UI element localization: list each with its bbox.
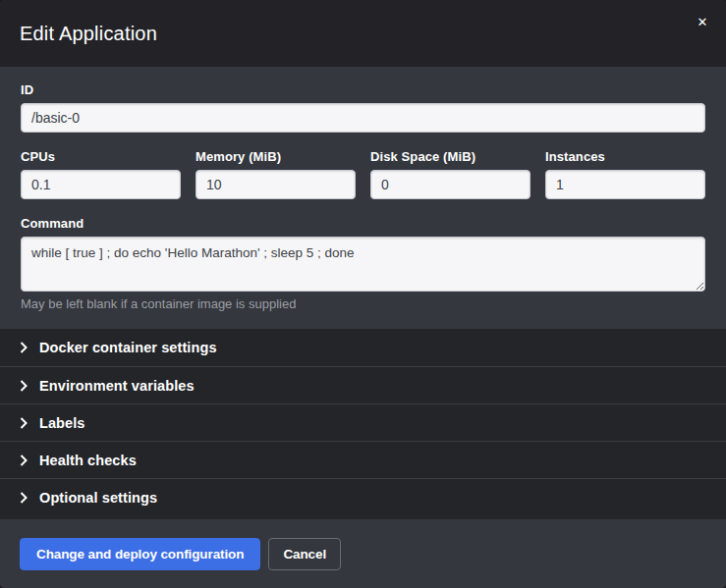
memory-field-group: Memory (MiB) — [195, 149, 356, 199]
section-health-checks[interactable]: Health checks — [0, 441, 726, 478]
application-form: ID CPUs Memory (MiB) Disk Space (MiB) In… — [0, 67, 726, 329]
cpus-label: CPUs — [21, 149, 181, 164]
modal-header: Edit Application ✕ — [0, 0, 726, 67]
instances-input[interactable] — [545, 170, 705, 199]
section-label: Labels — [39, 415, 85, 431]
section-optional-settings[interactable]: Optional settings — [0, 478, 726, 515]
disk-label: Disk Space (MiB) — [370, 149, 531, 164]
memory-label: Memory (MiB) — [195, 149, 356, 164]
change-and-deploy-button[interactable]: Change and deploy configuration — [20, 538, 260, 570]
cancel-button[interactable]: Cancel — [268, 538, 341, 570]
section-label: Health checks — [39, 453, 137, 468]
command-textarea[interactable]: while [ true ] ; do echo 'Hello Marathon… — [21, 237, 705, 292]
resources-row: CPUs Memory (MiB) Disk Space (MiB) Insta… — [21, 149, 705, 199]
chevron-right-icon — [19, 342, 28, 353]
id-field-group: ID — [21, 82, 705, 133]
cpus-input[interactable] — [21, 170, 181, 199]
command-field-group: Command while [ true ] ; do echo 'Hello … — [21, 216, 705, 311]
section-label: Optional settings — [39, 490, 157, 506]
chevron-right-icon — [19, 492, 28, 504]
modal-title: Edit Application — [20, 23, 157, 45]
section-label: Docker container settings — [39, 340, 217, 355]
section-label: Environment variables — [39, 378, 195, 394]
disk-field-group: Disk Space (MiB) — [370, 149, 531, 199]
chevron-right-icon — [19, 417, 28, 429]
section-labels[interactable]: Labels — [0, 403, 726, 441]
id-input[interactable] — [21, 103, 705, 133]
collapsible-sections: Docker container settings Environment va… — [0, 329, 726, 519]
section-docker-container-settings[interactable]: Docker container settings — [0, 329, 726, 366]
chevron-right-icon — [19, 380, 28, 392]
memory-input[interactable] — [195, 170, 356, 199]
modal-footer: Change and deploy configuration Cancel — [0, 519, 726, 588]
id-label: ID — [21, 82, 705, 97]
close-icon[interactable]: ✕ — [694, 14, 711, 31]
chevron-right-icon — [19, 454, 28, 466]
instances-label: Instances — [545, 149, 705, 164]
cpus-field-group: CPUs — [21, 149, 181, 199]
command-label: Command — [21, 216, 705, 231]
disk-input[interactable] — [370, 170, 531, 199]
command-help-text: May be left blank if a container image i… — [21, 296, 705, 311]
edit-application-modal: Edit Application ✕ ID CPUs Memory (MiB) … — [0, 0, 726, 588]
instances-field-group: Instances — [545, 149, 705, 199]
section-environment-variables[interactable]: Environment variables — [0, 366, 726, 403]
